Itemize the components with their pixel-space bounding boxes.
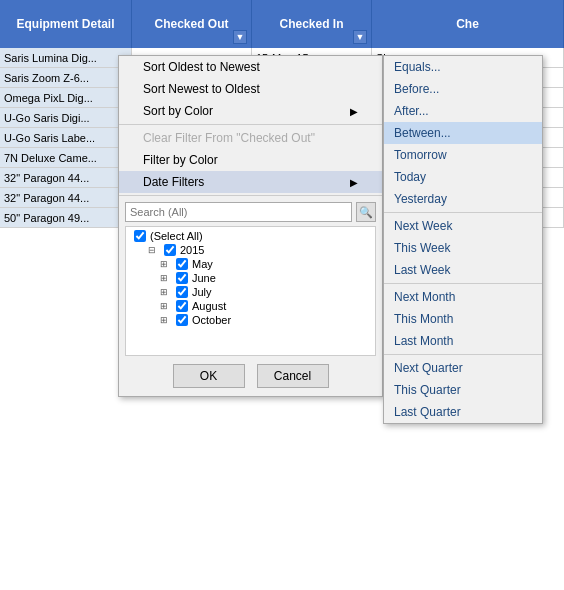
month-june-label: June <box>192 272 216 284</box>
cell-c7: 32" Paragon 44... <box>0 168 132 187</box>
submenu-last-month[interactable]: Last Month <box>384 330 542 352</box>
col-d-header: Checked Out ▼ <box>132 0 252 48</box>
date-filters-arrow-icon: ▶ <box>350 177 358 188</box>
expand-august-icon[interactable]: ⊞ <box>160 301 172 311</box>
menu-separator-2 <box>119 195 382 196</box>
header-row: Equipment Detail Checked Out ▼ Checked I… <box>0 0 564 48</box>
submenu-next-week[interactable]: Next Week <box>384 215 542 237</box>
cell-c2: Saris Zoom Z-6... <box>0 68 132 87</box>
checkbox-select-all-input[interactable] <box>134 230 146 242</box>
expand-june-icon[interactable]: ⊞ <box>160 273 172 283</box>
cell-c9: 50" Paragon 49... <box>0 208 132 227</box>
submenu-today[interactable]: Today <box>384 166 542 188</box>
ok-button[interactable]: OK <box>173 364 245 388</box>
col-e-header: Checked In ▼ <box>252 0 372 48</box>
month-july-label: July <box>192 286 212 298</box>
checkbox-2015[interactable]: ⊟ 2015 <box>132 243 369 257</box>
col-e-sort-icon[interactable]: ▼ <box>353 30 367 44</box>
month-august-label: August <box>192 300 226 312</box>
checkbox-june[interactable]: ⊞ June <box>132 271 369 285</box>
select-all-label: (Select All) <box>150 230 203 242</box>
submenu-next-quarter[interactable]: Next Quarter <box>384 357 542 379</box>
arrow-right-icon: ▶ <box>350 106 358 117</box>
checkbox-october[interactable]: ⊞ October <box>132 313 369 327</box>
menu-separator-1 <box>119 124 382 125</box>
month-may-label: May <box>192 258 213 270</box>
checkbox-area: (Select All) ⊟ 2015 ⊞ May ⊞ June ⊞ July … <box>125 226 376 356</box>
submenu-last-week[interactable]: Last Week <box>384 259 542 281</box>
search-icon[interactable]: 🔍 <box>356 202 376 222</box>
col-d-label: Checked Out <box>154 17 228 31</box>
cancel-button[interactable]: Cancel <box>257 364 329 388</box>
checkbox-august-input[interactable] <box>176 300 188 312</box>
col-e-label: Checked In <box>279 17 343 31</box>
sort-by-color-label: Sort by Color <box>143 104 213 118</box>
checkbox-may-input[interactable] <box>176 258 188 270</box>
col-c-label: Equipment Detail <box>16 17 114 31</box>
checkbox-june-input[interactable] <box>176 272 188 284</box>
search-row: 🔍 <box>119 198 382 226</box>
checkbox-2015-input[interactable] <box>164 244 176 256</box>
sort-oldest-item[interactable]: Sort Oldest to Newest <box>119 56 382 78</box>
checkbox-october-input[interactable] <box>176 314 188 326</box>
checkbox-may[interactable]: ⊞ May <box>132 257 369 271</box>
checkbox-july-input[interactable] <box>176 286 188 298</box>
cell-c3: Omega PixL Dig... <box>0 88 132 107</box>
cell-c8: 32" Paragon 44... <box>0 188 132 207</box>
button-row: OK Cancel <box>119 356 382 396</box>
submenu-sep-3 <box>384 354 542 355</box>
expand-october-icon[interactable]: ⊞ <box>160 315 172 325</box>
checkbox-select-all[interactable]: (Select All) <box>132 229 369 243</box>
search-input[interactable] <box>125 202 352 222</box>
checkbox-august[interactable]: ⊞ August <box>132 299 369 313</box>
expand-july-icon[interactable]: ⊞ <box>160 287 172 297</box>
cell-c1: Saris Lumina Dig... <box>0 48 132 67</box>
date-filters-label: Date Filters <box>143 175 204 189</box>
date-filters-submenu: Equals... Before... After... Between... … <box>383 55 543 424</box>
cell-c6: 7N Deluxe Came... <box>0 148 132 167</box>
year-2015-label: 2015 <box>180 244 204 256</box>
filter-dropdown: Sort Oldest to Newest Sort Newest to Old… <box>118 55 383 397</box>
col-f-header: Che <box>372 0 564 48</box>
submenu-this-quarter[interactable]: This Quarter <box>384 379 542 401</box>
sort-by-color-item[interactable]: Sort by Color ▶ <box>119 100 382 122</box>
expand-may-icon[interactable]: ⊞ <box>160 259 172 269</box>
date-filters-item[interactable]: Date Filters ▶ <box>119 171 382 193</box>
submenu-next-month[interactable]: Next Month <box>384 286 542 308</box>
cell-c5: U-Go Saris Labe... <box>0 128 132 147</box>
checkbox-july[interactable]: ⊞ July <box>132 285 369 299</box>
submenu-between[interactable]: Between... <box>384 122 542 144</box>
col-f-label: Che <box>456 17 479 31</box>
submenu-equals[interactable]: Equals... <box>384 56 542 78</box>
submenu-this-month[interactable]: This Month <box>384 308 542 330</box>
col-d-sort-icon[interactable]: ▼ <box>233 30 247 44</box>
submenu-after[interactable]: After... <box>384 100 542 122</box>
submenu-sep-1 <box>384 212 542 213</box>
submenu-before[interactable]: Before... <box>384 78 542 100</box>
month-october-label: October <box>192 314 231 326</box>
cell-c4: U-Go Saris Digi... <box>0 108 132 127</box>
col-c-header: Equipment Detail <box>0 0 132 48</box>
submenu-yesterday[interactable]: Yesterday <box>384 188 542 210</box>
expand-2015-icon[interactable]: ⊟ <box>148 245 160 255</box>
sort-newest-item[interactable]: Sort Newest to Oldest <box>119 78 382 100</box>
clear-filter-item: Clear Filter From "Checked Out" <box>119 127 382 149</box>
filter-by-color-item[interactable]: Filter by Color <box>119 149 382 171</box>
submenu-last-quarter[interactable]: Last Quarter <box>384 401 542 423</box>
submenu-this-week[interactable]: This Week <box>384 237 542 259</box>
submenu-tomorrow[interactable]: Tomorrow <box>384 144 542 166</box>
submenu-sep-2 <box>384 283 542 284</box>
